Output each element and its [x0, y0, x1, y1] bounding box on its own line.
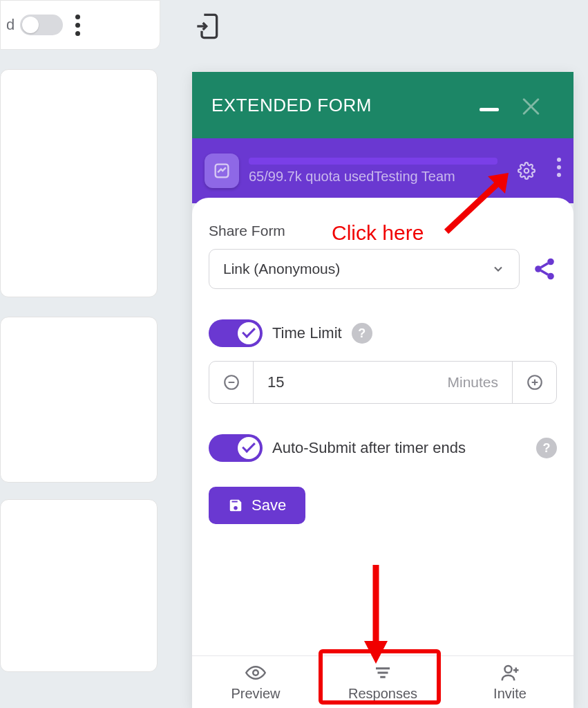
- minimize-button[interactable]: [480, 108, 499, 111]
- account-bar: 65/99.7k quota usedTesting Team: [192, 138, 573, 203]
- decrement-button[interactable]: [209, 362, 254, 403]
- save-button-label: Save: [252, 496, 286, 514]
- eye-icon: [245, 662, 266, 683]
- document-arrow-icon[interactable]: [195, 12, 222, 40]
- help-icon[interactable]: ?: [536, 438, 557, 458]
- increment-button[interactable]: [512, 362, 556, 403]
- svg-point-7: [253, 670, 258, 676]
- invite-icon: [500, 662, 520, 683]
- gear-icon[interactable]: [518, 162, 535, 183]
- tab-preview[interactable]: Preview: [192, 656, 319, 708]
- chevron-down-icon: [491, 262, 505, 276]
- close-icon[interactable]: [521, 97, 540, 116]
- time-limit-value-input[interactable]: [267, 373, 323, 391]
- time-limit-label: Time Limit: [272, 324, 342, 342]
- time-limit-input-group: Minutes: [209, 361, 557, 404]
- app-icon: [205, 153, 239, 188]
- tab-invite[interactable]: Invite: [446, 656, 573, 708]
- time-limit-toggle[interactable]: [209, 319, 263, 347]
- left-toggle[interactable]: [20, 15, 63, 35]
- annotation-arrow-icon: [439, 169, 515, 235]
- redacted-title: [249, 158, 497, 165]
- tab-invite-label: Invite: [493, 686, 527, 702]
- panel-title: EXTENDED FORM: [211, 95, 372, 116]
- left-card-toggle: d: [0, 0, 160, 50]
- left-empty-card: [0, 317, 158, 483]
- share-mode-select[interactable]: Link (Anonymous): [209, 249, 520, 289]
- svg-point-8: [505, 666, 512, 673]
- save-button[interactable]: Save: [209, 487, 305, 524]
- save-icon: [228, 498, 243, 513]
- share-mode-selected: Link (Anonymous): [223, 261, 340, 277]
- more-vert-icon[interactable]: [557, 158, 561, 177]
- tab-preview-label: Preview: [231, 686, 280, 702]
- share-icon[interactable]: [532, 257, 557, 281]
- auto-submit-toggle[interactable]: [209, 434, 263, 462]
- time-limit-unit: Minutes: [447, 374, 498, 391]
- svg-point-1: [524, 169, 529, 174]
- left-empty-card: [0, 499, 158, 672]
- panel-header: EXTENDED FORM: [192, 72, 573, 138]
- help-icon[interactable]: ?: [352, 323, 372, 344]
- auto-submit-label: Auto-Submit after timer ends: [272, 439, 527, 457]
- partial-char: d: [6, 16, 15, 34]
- annotation-click-here: Click here: [332, 221, 424, 245]
- left-empty-card: [0, 69, 158, 297]
- more-vert-icon[interactable]: [75, 15, 80, 36]
- annotation-highlight-box: [319, 649, 441, 705]
